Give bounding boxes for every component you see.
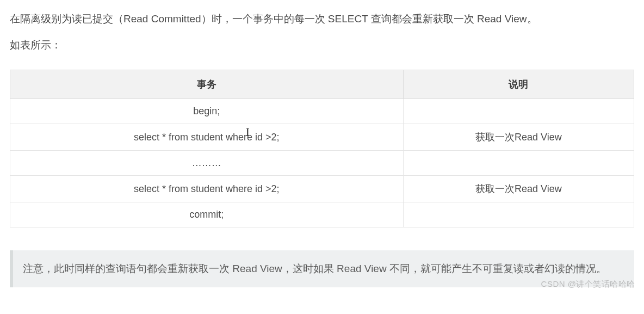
note-box: 注意，此时同样的查询语句都会重新获取一次 Read View，这时如果 Read…: [10, 250, 634, 287]
table-row: begin;: [10, 99, 634, 124]
cell-transaction: begin;: [10, 99, 404, 124]
note-text: 注意，此时同样的查询语句都会重新获取一次 Read View，这时如果 Read…: [23, 263, 606, 274]
cell-description: 获取一次Read View: [403, 176, 634, 202]
cell-description: [403, 151, 634, 176]
table-row: select * from student where id >2; 获取一次R…: [10, 124, 634, 151]
cell-transaction: select * from student where id >2;: [10, 176, 404, 202]
table-header-transaction: 事务: [10, 70, 404, 99]
paragraph-ref: 如表所示：: [10, 36, 634, 54]
paragraph-intro: 在隔离级别为读已提交（Read Committed）时，一个事务中的每一次 SE…: [10, 10, 634, 28]
transaction-table-wrapper: 事务 说明 begin; select * from student where…: [10, 70, 634, 227]
cell-description: 获取一次Read View: [403, 124, 634, 151]
table-row: ………: [10, 151, 634, 176]
cell-transaction: select * from student where id >2;: [10, 124, 404, 151]
table-header-description: 说明: [403, 70, 634, 99]
cell-description: [403, 99, 634, 124]
transaction-table: 事务 说明 begin; select * from student where…: [10, 70, 634, 227]
cell-transaction: commit;: [10, 202, 404, 227]
table-row: select * from student where id >2; 获取一次R…: [10, 176, 634, 202]
table-row: commit;: [10, 202, 634, 227]
cell-description: [403, 202, 634, 227]
cell-transaction: ………: [10, 151, 404, 176]
